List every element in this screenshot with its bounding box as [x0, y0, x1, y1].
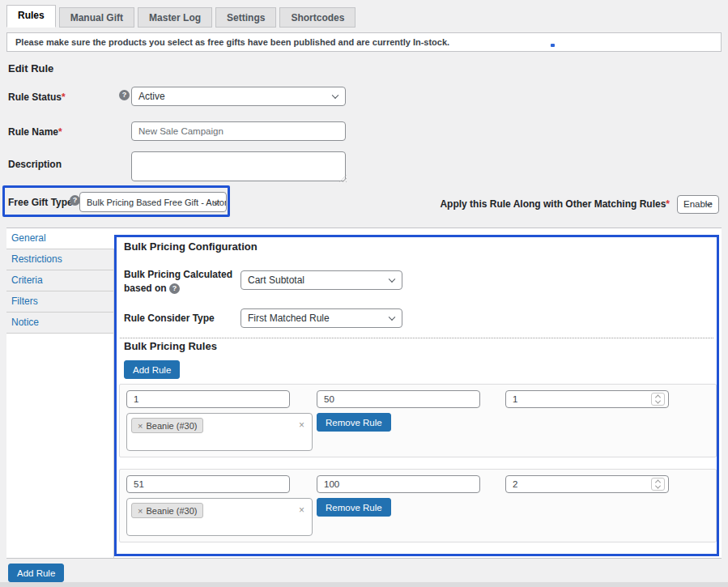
- free-gift-type-label-text: Free Gift Type: [8, 197, 73, 208]
- chevron-down-icon: [389, 276, 395, 283]
- section-divider: [120, 338, 713, 338]
- save-add-rule-button[interactable]: Add Rule: [8, 564, 64, 582]
- apply-with-other-label: Apply this Rule Along with Other Matchin…: [440, 198, 670, 210]
- bottom-edge-strip: [0, 582, 728, 587]
- rule-settings-container: General Restrictions Criteria Filters No…: [6, 228, 722, 559]
- rule1-min-input[interactable]: [126, 390, 290, 408]
- rule-status-help-icon[interactable]: ?: [119, 90, 130, 100]
- rule-status-label-text: Rule Status: [8, 91, 62, 103]
- calc-based-value: Cart Subtotal: [248, 274, 304, 286]
- free-gift-type-label: Free Gift Type*: [8, 197, 76, 208]
- bulk-pricing-rules-title: Bulk Pricing Rules: [124, 340, 217, 352]
- tab-rules[interactable]: Rules: [6, 5, 56, 28]
- description-label: Description: [8, 159, 62, 170]
- rule2-product-tag: × Beanie (#30): [131, 503, 203, 518]
- select-clear-icon[interactable]: ×: [299, 420, 304, 430]
- bulk-rule-row: × Beanie (#30) × Remove Rule: [119, 469, 717, 542]
- select-clear-icon[interactable]: ×: [299, 505, 304, 515]
- required-mark: *: [62, 91, 66, 103]
- page-title: Edit Rule: [8, 62, 53, 74]
- settings-sidebar: General Restrictions Criteria Filters No…: [6, 228, 114, 558]
- tab-shortcodes[interactable]: Shortcodes: [279, 7, 355, 28]
- bulk-rule-row: × Beanie (#30) × Remove Rule: [119, 384, 717, 457]
- add-bulk-rule-button[interactable]: Add Rule: [124, 360, 180, 379]
- rule2-qty-stepper[interactable]: [651, 478, 665, 491]
- rule-status-label: Rule Status*: [8, 91, 66, 103]
- rule2-product-select[interactable]: × Beanie (#30) ×: [126, 498, 313, 536]
- sidebar-item-criteria[interactable]: Criteria: [6, 270, 113, 291]
- chevron-down-icon: [332, 92, 338, 99]
- rule1-max-input[interactable]: [317, 390, 480, 408]
- rule1-product-name: Beanie (#30): [146, 421, 197, 431]
- rule1-remove-button[interactable]: Remove Rule: [317, 413, 391, 432]
- rule2-min-input[interactable]: [126, 475, 290, 493]
- tab-manual-gift[interactable]: Manual Gift: [59, 7, 134, 28]
- rule-status-select[interactable]: Active: [131, 87, 346, 106]
- calc-based-label: Bulk Pricing Calculated based on ?: [124, 268, 236, 296]
- sidebar-item-notice[interactable]: Notice: [6, 313, 113, 334]
- sidebar-item-general[interactable]: General: [6, 228, 115, 249]
- consider-type-select[interactable]: First Matched Rule: [241, 308, 402, 328]
- apply-with-other-select[interactable]: Enable: [677, 195, 719, 214]
- rule-name-input[interactable]: [131, 121, 346, 141]
- stock-notice: Please make sure the products you select…: [6, 32, 722, 52]
- rule2-product-name: Beanie (#30): [146, 506, 197, 516]
- calc-based-select[interactable]: Cart Subtotal: [241, 270, 402, 290]
- rule2-remove-button[interactable]: Remove Rule: [317, 498, 391, 517]
- rule1-product-select[interactable]: × Beanie (#30) ×: [126, 413, 313, 451]
- stepper-down-icon[interactable]: [655, 398, 661, 404]
- panel-title: Bulk Pricing Configuration: [124, 240, 258, 253]
- rule-name-label-text: Rule Name: [8, 126, 58, 138]
- tab-master-log[interactable]: Master Log: [138, 7, 212, 28]
- rule1-qty-input[interactable]: [505, 390, 669, 408]
- apply-with-other-label-text: Apply this Rule Along with Other Matchin…: [440, 198, 666, 210]
- cursor-dot: [551, 44, 555, 47]
- general-tab-panel: Bulk Pricing Configuration Bulk Pricing …: [114, 235, 719, 556]
- calc-based-help-icon[interactable]: ?: [169, 283, 180, 294]
- rule1-product-tag: × Beanie (#30): [131, 418, 203, 433]
- free-gift-type-value: Bulk Pricing Based Free Gift - Autor: [87, 198, 227, 207]
- chevron-down-icon: [389, 314, 395, 321]
- stepper-down-icon[interactable]: [655, 483, 661, 489]
- sidebar-item-filters[interactable]: Filters: [6, 291, 113, 313]
- description-textarea[interactable]: [131, 151, 346, 181]
- plugin-nav-tabs: Rules Manual Gift Master Log Settings Sh…: [6, 5, 355, 28]
- free-gift-type-select[interactable]: Bulk Pricing Based Free Gift - Autor: [79, 192, 227, 212]
- apply-with-other-row: Apply this Rule Along with Other Matchin…: [364, 194, 719, 214]
- sidebar-item-restrictions[interactable]: Restrictions: [6, 249, 113, 270]
- tag-remove-icon[interactable]: ×: [138, 506, 143, 516]
- tab-settings[interactable]: Settings: [215, 7, 276, 28]
- rule2-max-input[interactable]: [317, 475, 480, 493]
- rule2-qty-input[interactable]: [505, 475, 669, 493]
- rule1-qty-stepper[interactable]: [651, 393, 665, 406]
- tag-remove-icon[interactable]: ×: [138, 421, 143, 431]
- required-mark: *: [58, 126, 62, 138]
- consider-type-value: First Matched Rule: [248, 313, 330, 324]
- required-mark: *: [666, 198, 670, 210]
- rule-status-value: Active: [138, 91, 165, 102]
- rule-name-label: Rule Name*: [8, 126, 62, 138]
- consider-type-label: Rule Consider Type: [124, 313, 215, 324]
